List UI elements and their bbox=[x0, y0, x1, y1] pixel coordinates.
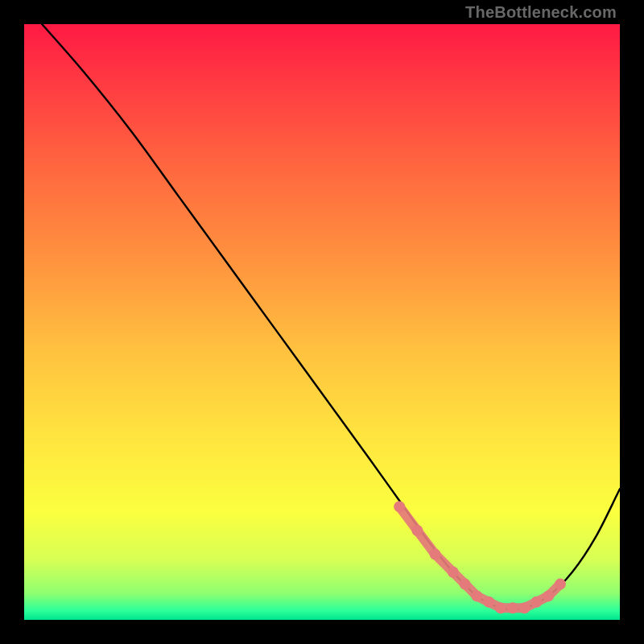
optimal-range-dot bbox=[519, 602, 530, 613]
optimal-range-dot bbox=[495, 602, 506, 613]
watermark-text: TheBottleneck.com bbox=[465, 3, 617, 22]
optimal-range-dot bbox=[483, 597, 494, 608]
optimal-range-dot bbox=[411, 525, 423, 536]
optimal-range-dot bbox=[471, 590, 482, 601]
optimal-range-dot bbox=[448, 567, 459, 578]
optimal-range-dot bbox=[460, 579, 471, 590]
optimal-range-dot bbox=[543, 590, 554, 601]
optimal-range-dot bbox=[555, 579, 566, 590]
optimal-range-dot bbox=[430, 549, 441, 560]
gradient-background bbox=[24, 24, 620, 620]
chart-frame bbox=[24, 24, 620, 620]
optimal-range-dot bbox=[507, 602, 518, 613]
optimal-range-dot bbox=[394, 501, 405, 512]
bottleneck-chart bbox=[24, 24, 620, 620]
optimal-range-dot bbox=[530, 597, 542, 608]
